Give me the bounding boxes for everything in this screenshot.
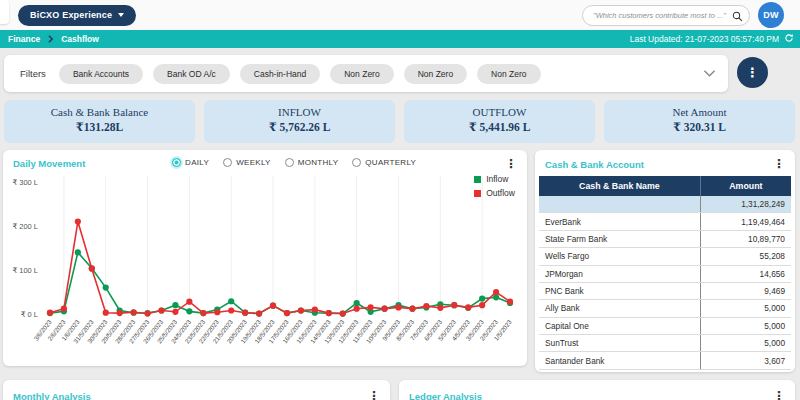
kpi-card-1: INFLOW₹ 5,762.26 L (204, 100, 395, 143)
cash-bank-account-card: Cash & Bank Account ⋮ Cash & Bank Name A… (535, 150, 795, 372)
monthly-analysis-card: Monthly Analysis ⋮ (3, 380, 390, 400)
bank-name-cell: Santander Bank (539, 352, 700, 369)
kpi-value: ₹ 320.31 L (604, 120, 795, 134)
bank-amount-cell: 3,607 (700, 352, 791, 369)
kpi-label: Cash & Bank Balance (4, 106, 195, 118)
breadcrumb-bar: Finance Cashflow Last Updated: 21-07-202… (0, 30, 800, 48)
column-header-amount: Amount (700, 176, 791, 196)
bank-name-cell: Wells Fargo (539, 248, 700, 265)
bank-amount-cell: 5,000 (700, 317, 791, 334)
table-total-row: 1,31,28,249 (539, 196, 791, 213)
table-header-row: Cash & Bank Name Amount (539, 176, 791, 196)
filters-row: Filters Bank AccountsBank OD A/cCash-in-… (0, 48, 800, 92)
breadcrumb-finance[interactable]: Finance (8, 34, 40, 44)
bank-amount-cell: 55,208 (700, 248, 791, 265)
table-row: JPMorgan14,656 (539, 265, 791, 282)
filter-chip-4[interactable]: Non Zero (404, 64, 467, 84)
kpi-label: INFLOW (204, 106, 395, 118)
bank-table: Cash & Bank Name Amount 1,31,28,249 Ever… (539, 176, 791, 370)
bank-amount-cell: 5,000 (700, 300, 791, 317)
search-icon[interactable] (732, 8, 743, 26)
svg-text:₹ 100 L: ₹ 100 L (12, 266, 38, 275)
legend-label: Inflow (486, 174, 508, 184)
period-radio-quarterly[interactable]: QUARTERLY (352, 158, 416, 167)
svg-text:₹ 300 L: ₹ 300 L (12, 178, 38, 187)
filter-chip-5[interactable]: Non Zero (477, 64, 540, 84)
radio-circle-icon (172, 158, 181, 167)
kpi-value: ₹ 5,762.26 L (204, 120, 395, 134)
app-menu-button[interactable]: BiCXO Experience (18, 5, 136, 26)
refresh-icon[interactable] (784, 33, 794, 45)
period-radio-daily[interactable]: DAILY (172, 158, 209, 167)
kpi-card-2: OUTFLOW₹ 5,441.96 L (404, 100, 595, 143)
bottom-row: Monthly Analysis ⋮ Ledger Analysis ⋮ (0, 372, 800, 400)
monthly-analysis-title: Monthly Analysis (13, 391, 91, 400)
filter-chip-2[interactable]: Cash-in-Hand (240, 64, 320, 84)
period-radio-weekly[interactable]: WEEKLY (223, 158, 271, 167)
kpi-row: Cash & Bank Balance₹131.28LINFLOW₹ 5,762… (0, 92, 800, 143)
filters-card: Filters Bank AccountsBank OD A/cCash-in-… (4, 55, 728, 92)
bank-name-cell: PNC Bank (539, 282, 700, 299)
svg-text:₹ 0 L: ₹ 0 L (21, 310, 38, 319)
total-name (539, 196, 700, 213)
last-updated-text: Last Updated: 21-07-2023 05:57:40 PM (630, 34, 779, 44)
total-amount: 1,31,28,249 (700, 196, 791, 213)
bank-amount-cell: 10,89,770 (700, 230, 791, 247)
bank-name-cell: State Farm Bank (539, 230, 700, 247)
radio-label: DAILY (185, 158, 209, 167)
legend-swatch-icon (474, 190, 481, 197)
breadcrumb-cashflow[interactable]: Cashflow (61, 34, 99, 44)
ledger-analysis-title: Ledger Analysis (409, 391, 482, 400)
ledger-analysis-card: Ledger Analysis ⋮ (399, 380, 795, 400)
filters-expand-chevron-icon[interactable] (703, 69, 716, 78)
chart-title: Daily Movement (13, 158, 85, 169)
top-bar: BiCXO Experience DW (0, 0, 800, 30)
bank-name-cell: Ally Bank (539, 300, 700, 317)
radio-label: QUARTERLY (365, 158, 416, 167)
table-row: Wells Fargo55,208 (539, 248, 791, 265)
table-row: Capital One5,000 (539, 317, 791, 334)
app-menu-label: BiCXO Experience (30, 10, 112, 20)
period-radio-monthly[interactable]: MONTHLY (285, 158, 339, 167)
kpi-card-3: Net Amount₹ 320.31 L (604, 100, 795, 143)
filter-chip-0[interactable]: Bank Accounts (59, 64, 143, 84)
radio-circle-icon (285, 158, 294, 167)
kpi-card-0: Cash & Bank Balance₹131.28L (4, 100, 195, 143)
chart-legend: InflowOutflow (474, 174, 515, 198)
table-row: State Farm Bank10,89,770 (539, 230, 791, 247)
ledger-analysis-kebab-button[interactable]: ⋮ (771, 390, 787, 400)
table-row: EverBank1,19,49,464 (539, 213, 791, 230)
bank-amount-cell: 1,19,49,464 (700, 213, 791, 230)
period-radio-group: DAILYWEEKLYMONTHLYQUARTERLY (172, 158, 416, 167)
chart-kebab-button[interactable]: ⋮ (503, 158, 519, 170)
daily-movement-card: Daily Movement DAILYWEEKLYMONTHLYQUARTER… (3, 150, 527, 366)
filters-label: Filters (20, 68, 46, 79)
legend-item-outflow: Outflow (474, 188, 515, 198)
avatar[interactable]: DW (758, 2, 784, 28)
radio-label: MONTHLY (298, 158, 339, 167)
bank-amount-cell: 5,000 (700, 335, 791, 352)
radio-label: WEEKLY (236, 158, 271, 167)
bank-name-cell: JPMorgan (539, 265, 700, 282)
table-kebab-button[interactable]: ⋮ (771, 158, 787, 170)
page-actions-kebab-button[interactable]: ⋮ (737, 57, 768, 88)
legend-label: Outflow (486, 188, 515, 198)
table-row: SunTrust5,000 (539, 335, 791, 352)
chevron-down-icon (118, 13, 124, 17)
kpi-value: ₹ 5,441.96 L (404, 120, 595, 134)
search-input[interactable] (582, 5, 750, 26)
filter-chip-1[interactable]: Bank OD A/c (153, 64, 230, 84)
sidebar-toggle[interactable] (0, 0, 9, 24)
global-search (582, 4, 750, 26)
bank-amount-cell: 9,469 (700, 282, 791, 299)
legend-item-inflow: Inflow (474, 174, 515, 184)
table-row: PNC Bank9,469 (539, 282, 791, 299)
monthly-analysis-kebab-button[interactable]: ⋮ (366, 390, 382, 400)
legend-swatch-icon (474, 176, 481, 183)
main-row: Daily Movement DAILYWEEKLYMONTHLYQUARTER… (0, 143, 800, 372)
kpi-label: OUTFLOW (404, 106, 595, 118)
svg-text:₹ 200 L: ₹ 200 L (12, 222, 38, 231)
kpi-label: Net Amount (604, 106, 795, 118)
filter-chips: Bank AccountsBank OD A/cCash-in-HandNon … (59, 64, 703, 84)
filter-chip-3[interactable]: Non Zero (330, 64, 393, 84)
